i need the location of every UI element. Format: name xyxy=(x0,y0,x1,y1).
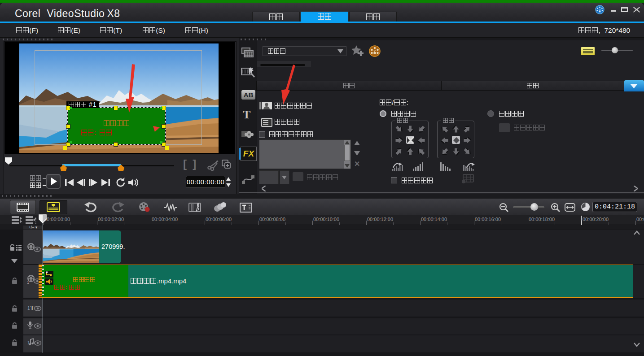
svg-text:T: T xyxy=(30,305,35,312)
svg-text:1: 1 xyxy=(27,280,29,284)
